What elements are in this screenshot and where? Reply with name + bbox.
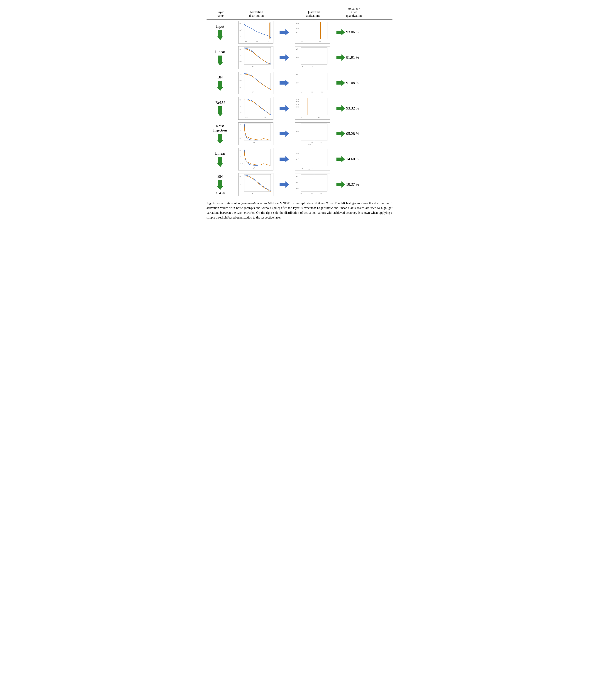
layer-name-bn2: BN 96.45% — [206, 174, 234, 195]
caption-text: Visualization of self-binarization of an… — [206, 202, 393, 219]
layer-name-noise: Noise Injection — [206, 124, 234, 144]
left-chart-5: 10⁻² 10⁻⁸ 10⁻¹⁴ 10⁷ — [238, 148, 273, 171]
svg-text:10⁻¹⁴: 10⁻¹⁴ — [240, 162, 243, 164]
svg-text:10⁻¹: 10⁻¹ — [252, 66, 255, 67]
rows-container: Input 10¹ 10⁰ 10⁻¹ 0.0 0.5 1.0 3×10¹ 2×1… — [206, 20, 393, 197]
svg-text:-1: -1 — [302, 167, 303, 169]
header-activation: Activation distribution — [234, 10, 279, 18]
svg-text:10⁻²: 10⁻² — [240, 149, 242, 151]
svg-text:10⁻²: 10⁻² — [245, 117, 248, 118]
svg-text:6×10¹: 6×10¹ — [296, 99, 299, 100]
svg-text:0.0: 0.0 — [302, 40, 304, 42]
svg-text:10⁰: 10⁰ — [296, 181, 298, 183]
table-header: Layer name Activation distribution Quant… — [206, 7, 393, 20]
accuracy-value-bn2: 18.37 % — [346, 182, 359, 187]
blue-right-arrow — [279, 29, 289, 35]
svg-text:-2.5: -2.5 — [300, 142, 302, 144]
blue-right-arrow — [279, 156, 289, 162]
svg-text:0.25: 0.25 — [320, 193, 322, 194]
svg-text:10⁰: 10⁰ — [240, 105, 242, 107]
green-down-arrow-6 — [217, 180, 223, 190]
header-accuracy: Accuracy after quantization — [336, 7, 372, 18]
left-chart-0: 10¹ 10⁰ 10⁻¹ 0.0 0.5 1.0 — [238, 21, 273, 44]
blue-right-arrow — [279, 54, 289, 61]
green-right-arrow — [336, 181, 345, 188]
accuracy-cell-noise: 95.28 % — [335, 130, 371, 137]
svg-text:10⁻³: 10⁻³ — [240, 55, 242, 56]
accuracy-value-linear1: 81.91 % — [346, 55, 359, 60]
svg-text:2×10¹: 2×10¹ — [296, 27, 299, 29]
right-chart-cell-input: 3×10¹ 2×10¹ 10¹ 0.0 0.5 — [291, 21, 335, 44]
left-chart-2: 10⁰ 10⁻² 10⁻⁴ 10⁻¹ — [238, 72, 273, 94]
svg-text:10⁻⁸: 10⁻⁸ — [240, 155, 243, 157]
blue-right-arrow — [279, 80, 289, 86]
svg-text:0.5: 0.5 — [321, 91, 323, 93]
green-down-arrow-3 — [217, 106, 223, 116]
svg-text:1.0: 1.0 — [268, 40, 270, 42]
layer-name-linear2: Linear — [206, 151, 234, 167]
table-row-relu: ReLU 10³ 10⁰ 10⁻³ 10⁻² 10⁰ 6×10¹ 4×10¹ 3… — [206, 96, 393, 121]
table-row-bn2: BN 96.45% 10⁻¹ 10⁻⁴ 10⁻¹ 10¹ 10⁰ 10⁻¹ -0… — [206, 172, 393, 197]
svg-text:10⁰: 10⁰ — [264, 117, 267, 118]
accuracy-cell-linear1: 81.91 % — [335, 54, 371, 61]
svg-rect-7 — [301, 22, 327, 39]
accuracy-cell-linear2: 14.60 % — [335, 156, 371, 162]
svg-text:3×10¹: 3×10¹ — [296, 104, 299, 105]
svg-text:10⁻¹: 10⁻¹ — [240, 35, 242, 37]
svg-text:0: 0 — [313, 167, 314, 169]
svg-text:1: 1 — [323, 167, 323, 169]
blue-arrow-cell-linear2 — [278, 156, 291, 162]
svg-text:-0.5: -0.5 — [300, 91, 302, 93]
figure-container: Layer name Activation distribution Quant… — [202, 4, 397, 224]
left-chart-3: 10³ 10⁰ 10⁻³ 10⁻² 10⁰ — [238, 97, 273, 120]
table-row-linear1: Linear 10⁻¹ 10⁻³ 10⁻⁵ 10⁻¹ 10⁰ 10⁻² -2 0… — [206, 45, 393, 70]
right-chart-4: 10⁻¹⁵ -2.5 0.0 2.5 1e15 — [295, 122, 330, 145]
blue-arrow-cell-input — [278, 29, 291, 35]
svg-text:2: 2 — [323, 66, 323, 67]
svg-text:10⁻⁵: 10⁻⁵ — [240, 61, 243, 62]
right-chart-cell-relu: 6×10¹ 4×10¹ 3×10¹ 2×10¹ 0.0 0.2 — [291, 97, 335, 120]
svg-text:10⁻¹³: 10⁻¹³ — [240, 137, 243, 139]
caption-label: Fig. 4. — [206, 202, 215, 205]
right-chart-5: 10⁻¹⁵ 10⁻¹⁶ -1 0 1 1e15 — [295, 148, 330, 171]
green-down-arrow-2 — [217, 81, 223, 91]
right-chart-0: 3×10¹ 2×10¹ 10¹ 0.0 0.5 — [295, 21, 330, 44]
svg-text:10⁷: 10⁷ — [253, 142, 255, 144]
right-chart-cell-noise: 10⁻¹⁵ -2.5 0.0 2.5 1e15 — [291, 122, 335, 145]
left-chart-cell-linear2: 10⁻² 10⁻⁸ 10⁻¹⁴ 10⁷ — [234, 148, 278, 171]
svg-rect-44 — [301, 98, 327, 116]
left-chart-cell-input: 10¹ 10⁰ 10⁻¹ 0.0 0.5 1.0 — [234, 21, 278, 44]
svg-rect-52 — [244, 124, 271, 141]
right-chart-2: 10⁰ 10⁻² -0.5 0.0 0.5 — [295, 72, 330, 94]
accuracy-value-noise: 95.28 % — [346, 131, 359, 136]
svg-rect-0 — [244, 22, 271, 39]
svg-text:4×10¹: 4×10¹ — [296, 101, 299, 102]
svg-text:10⁻³: 10⁻³ — [240, 112, 242, 113]
svg-text:10⁻¹: 10⁻¹ — [240, 48, 242, 50]
svg-rect-38 — [244, 98, 271, 116]
svg-text:0: 0 — [313, 66, 314, 67]
green-down-arrow-5 — [217, 157, 223, 167]
svg-text:10¹: 10¹ — [240, 23, 242, 24]
svg-text:10⁰: 10⁰ — [240, 29, 242, 31]
svg-text:-2: -2 — [302, 66, 303, 67]
table-row-noise: Noise Injection 10¹ 10⁻⁶ 10⁻¹³ 10⁷ 10⁻¹⁵… — [206, 121, 393, 146]
svg-text:10⁻⁶: 10⁻⁶ — [240, 130, 243, 131]
left-chart-cell-bn1: 10⁰ 10⁻² 10⁻⁴ 10⁻¹ — [234, 72, 278, 94]
svg-text:10⁻²: 10⁻² — [240, 80, 242, 82]
accuracy-value-relu: 93.32 % — [346, 106, 359, 110]
blue-arrow-cell-bn2 — [278, 181, 291, 188]
right-chart-3: 6×10¹ 4×10¹ 3×10¹ 2×10¹ 0.0 0.2 — [295, 97, 330, 120]
right-chart-cell-linear2: 10⁻¹⁵ 10⁻¹⁶ -1 0 1 1e15 — [291, 148, 335, 171]
accuracy-value-input: 93.06 % — [346, 30, 359, 34]
green-right-arrow — [336, 54, 345, 61]
figure-caption: Fig. 4. Visualization of self-binarizati… — [206, 201, 393, 220]
accuracy-value-linear2: 14.60 % — [346, 157, 359, 161]
layer-name-linear1: Linear — [206, 50, 234, 66]
left-chart-cell-noise: 10¹ 10⁻⁶ 10⁻¹³ 10⁷ — [234, 122, 278, 145]
accuracy-cell-input: 93.06 % — [335, 29, 371, 35]
left-chart-6: 10⁻¹ 10⁻⁴ 10⁻¹ — [238, 173, 273, 196]
svg-text:0.0: 0.0 — [302, 117, 304, 118]
blue-right-arrow — [279, 181, 289, 188]
svg-text:10⁰: 10⁰ — [296, 48, 298, 50]
